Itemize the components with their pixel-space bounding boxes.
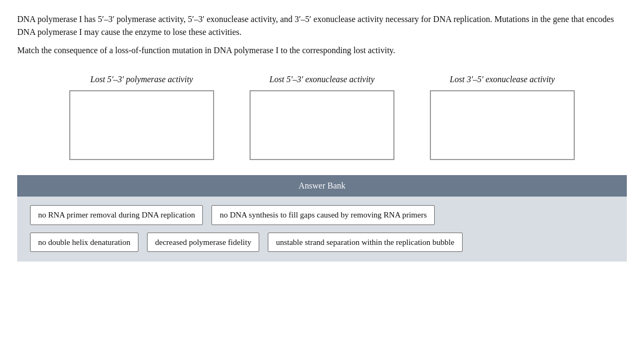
column-exo35: Lost 3′–5′ exonuclease activity	[422, 73, 583, 160]
answer-item-no-dna-synthesis[interactable]: no DNA synthesis to fill gaps caused by …	[211, 205, 435, 225]
intro-text: DNA polymerase I has 5′–3′ polymerase ac…	[17, 13, 627, 57]
answer-row-1: no RNA primer removal during DNA replica…	[30, 205, 614, 225]
column-polymerase-label: Lost 5′–3′ polymerase activity	[90, 73, 193, 86]
column-exo35-label: Lost 3′–5′ exonuclease activity	[450, 73, 555, 86]
drop-box-exo35[interactable]	[430, 90, 575, 160]
drop-box-exo53[interactable]	[250, 90, 394, 160]
match-section: Lost 5′–3′ polymerase activity Lost 5′–3…	[17, 73, 627, 160]
column-exo53: Lost 5′–3′ exonuclease activity	[241, 73, 402, 160]
intro-line2: Match the consequence of a loss-of-funct…	[17, 44, 627, 57]
answer-bank-section: Answer Bank no RNA primer removal during…	[17, 175, 627, 262]
answer-item-no-double-helix[interactable]: no double helix denaturation	[30, 233, 138, 252]
column-exo53-label: Lost 5′–3′ exonuclease activity	[269, 73, 375, 86]
answer-bank-body: no RNA primer removal during DNA replica…	[17, 197, 627, 262]
intro-line1: DNA polymerase I has 5′–3′ polymerase ac…	[17, 13, 627, 39]
drop-box-polymerase[interactable]	[69, 90, 214, 160]
answer-item-decreased-fidelity[interactable]: decreased polymerase fidelity	[147, 233, 259, 252]
column-polymerase: Lost 5′–3′ polymerase activity	[61, 73, 222, 160]
answer-row-2: no double helix denaturation decreased p…	[30, 233, 614, 252]
columns-wrapper: Lost 5′–3′ polymerase activity Lost 5′–3…	[17, 73, 627, 160]
answer-item-no-rna-primer[interactable]: no RNA primer removal during DNA replica…	[30, 205, 203, 225]
answer-bank-header: Answer Bank	[17, 175, 627, 197]
answer-item-unstable-strand[interactable]: unstable strand separation within the re…	[268, 233, 462, 252]
